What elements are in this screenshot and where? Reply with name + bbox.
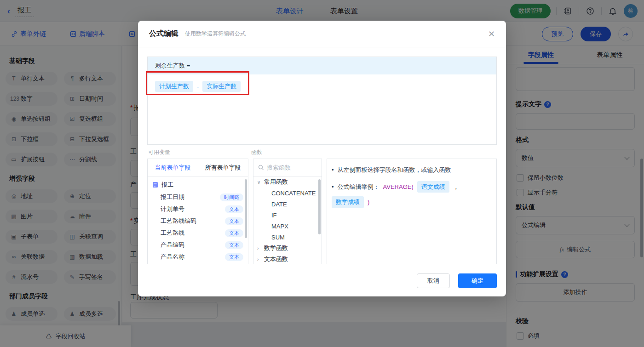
variables-label: 可用变量 xyxy=(148,148,170,156)
formula-operator-minus: - xyxy=(197,83,199,90)
function-tree-label: DATE xyxy=(271,201,287,208)
tip-line-1: • 从左侧面板选择字段名和函数，或输入函数 xyxy=(332,165,490,175)
variable-type-badge: 文本 xyxy=(225,253,243,261)
variable-field-name: 产品名称 xyxy=(161,253,184,261)
function-tree-label: 文本函数 xyxy=(264,255,288,263)
variable-field-row[interactable]: 产品名称 文本 xyxy=(148,251,248,263)
variable-field-row[interactable]: 计划单号 文本 xyxy=(148,203,248,215)
variables-tabs: 当前表单字段 所有表单字段 xyxy=(148,159,248,176)
function-tree-label: MAPX xyxy=(271,223,288,230)
variable-field-row[interactable]: 产品编码 文本 xyxy=(148,239,248,251)
function-tree-row[interactable]: › 数学函数 xyxy=(253,243,322,254)
variable-type-badge: 文本 xyxy=(225,229,243,237)
form-node-label: 报工 xyxy=(161,181,173,189)
close-icon[interactable]: ✕ xyxy=(488,30,495,38)
variable-type-badge: 文本 xyxy=(225,205,243,213)
example-arg-chip: 数学成绩 xyxy=(332,196,364,208)
file-icon xyxy=(152,182,158,188)
variable-field-name: 产品编码 xyxy=(161,241,184,249)
function-tree-row[interactable]: ∨ 常用函数 xyxy=(253,176,322,188)
formula-edit-modal: 公式编辑 使用数学运算符编辑公式 ✕ 剩余生产数 = 计划生产数 - 实际生产数… xyxy=(138,21,506,296)
tree-chevron-icon: › xyxy=(257,257,262,262)
function-tree-row[interactable]: MAPX xyxy=(253,221,322,232)
app-window: ‹ 报工 表单设计 表单设置 数据管理 xyxy=(0,0,644,347)
tree-chevron-icon: › xyxy=(257,246,262,251)
confirm-button[interactable]: 确定 xyxy=(458,273,497,288)
variable-field-row[interactable]: 报工日期 时间戳 xyxy=(148,191,248,203)
form-node[interactable]: 报工 xyxy=(148,178,248,191)
variable-type-badge: 时间戳 xyxy=(220,193,243,201)
formula-target: 剩余生产数 xyxy=(155,62,185,70)
tree-chevron-icon: ∨ xyxy=(257,180,262,185)
variable-field-name: 工艺路线 xyxy=(161,229,184,237)
variable-field-row[interactable]: 工艺路线 文本 xyxy=(148,227,248,239)
tab-all-form-fields[interactable]: 所有表单字段 xyxy=(205,164,241,172)
tip-line-2: • 公式编辑举例： AVERAGE( 语文成绩 ， 数学成绩 ) xyxy=(332,181,490,208)
variables-scrollbar[interactable] xyxy=(245,179,247,238)
variable-type-badge: 文本 xyxy=(225,241,243,249)
formula-token-planned-qty[interactable]: 计划生产数 xyxy=(155,81,193,92)
bullet-icon: • xyxy=(332,165,334,175)
functions-label: 函数 xyxy=(251,148,262,156)
variable-field-name: 报工日期 xyxy=(161,193,184,201)
variable-type-badge: 文本 xyxy=(225,217,243,225)
functions-panel: ∨ 常用函数 CONCATENATE DATE IF MAPX SUM xyxy=(253,159,322,264)
example-close-paren: ) xyxy=(368,198,369,207)
function-tree-row[interactable]: DATE xyxy=(253,199,322,210)
cancel-button[interactable]: 取消 xyxy=(417,273,450,288)
function-tree-row[interactable]: SUM xyxy=(253,232,322,243)
variable-field-name: 工艺路线编码 xyxy=(161,217,196,225)
function-tree-row[interactable]: › 文本函数 xyxy=(253,254,322,264)
modal-footer: 取消 确定 xyxy=(417,273,497,288)
bullet-icon: • xyxy=(332,182,334,192)
example-arg-chip: 语文成绩 xyxy=(417,181,449,193)
function-tree-row[interactable]: CONCATENATE xyxy=(253,188,322,199)
function-tree-label: IF xyxy=(271,212,277,219)
function-tree-label: 常用函数 xyxy=(264,178,288,186)
formula-editor[interactable]: 剩余生产数 = 计划生产数 - 实际生产数 xyxy=(147,57,497,145)
functions-scrollbar[interactable] xyxy=(318,179,321,234)
function-search[interactable] xyxy=(253,159,322,176)
formula-equals: = xyxy=(187,63,190,69)
function-tree-label: 数学函数 xyxy=(264,244,288,252)
formula-token-actual-qty[interactable]: 实际生产数 xyxy=(202,81,241,92)
search-icon xyxy=(258,165,264,171)
function-tree-label: CONCATENATE xyxy=(271,190,316,197)
modal-subtitle: 使用数学运算符编辑公式 xyxy=(185,30,246,38)
variables-panel: 当前表单字段 所有表单字段 报工 报工日期 时间戳 计划单号 文本 xyxy=(147,159,248,264)
modal-header: 公式编辑 使用数学运算符编辑公式 ✕ xyxy=(138,21,506,47)
variable-field-row[interactable]: 工艺路线编码 文本 xyxy=(148,215,248,227)
formula-target-row: 剩余生产数 = xyxy=(148,57,496,74)
function-tree-row[interactable]: IF xyxy=(253,210,322,221)
function-search-input[interactable] xyxy=(267,164,313,171)
variable-field-name: 计划单号 xyxy=(161,205,184,213)
modal-title: 公式编辑 xyxy=(149,29,178,39)
formula-expression[interactable]: 计划生产数 - 实际生产数 xyxy=(148,74,496,98)
tips-panel: • 从左侧面板选择字段名和函数，或输入函数 • 公式编辑举例： AVERAGE(… xyxy=(327,159,497,264)
function-tree-label: SUM xyxy=(271,234,285,241)
example-function-name: AVERAGE( xyxy=(383,182,414,192)
tab-current-form-fields[interactable]: 当前表单字段 xyxy=(155,164,191,172)
